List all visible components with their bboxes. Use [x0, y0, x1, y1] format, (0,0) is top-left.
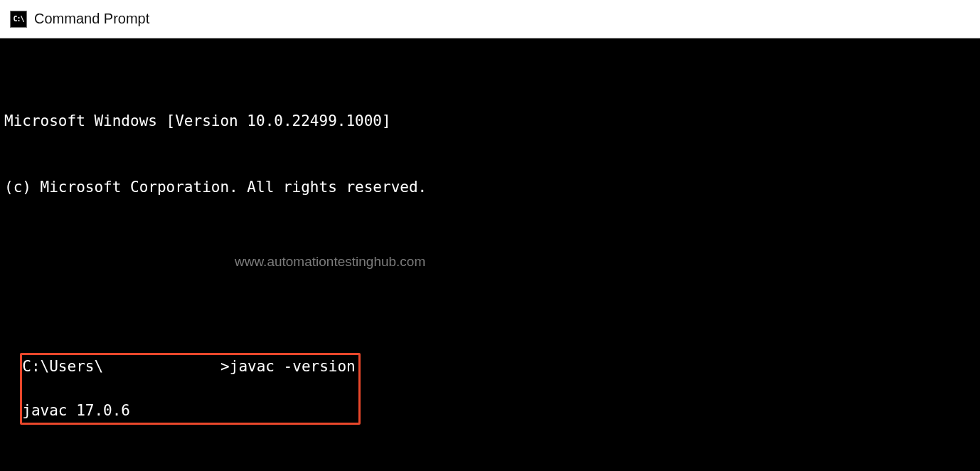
cmd1-output-line: javac 17.0.6 [22, 400, 355, 422]
cmd1-output: javac 17.0.6 [22, 402, 130, 419]
cmd1-prompt-line: C:\Users\>javac -version [22, 356, 355, 378]
header-line-2: (c) Microsoft Corporation. All rights re… [4, 176, 980, 199]
blank-line [4, 265, 980, 287]
cmd1-command: javac -version [230, 358, 356, 375]
header-line-1: Microsoft Windows [Version 10.0.22499.10… [4, 110, 980, 132]
redacted-username-1 [103, 359, 220, 375]
cmd-icon: C:\ [10, 11, 27, 28]
cmd1-prompt-prefix: C:\Users\ [22, 358, 103, 375]
cmd1-prompt-suffix: > [220, 358, 230, 375]
window-title: Command Prompt [34, 11, 149, 27]
window-titlebar[interactable]: C:\ Command Prompt [0, 0, 980, 38]
watermark-text: www.automationtestinghub.com [235, 250, 425, 272]
highlight-box-1: C:\Users\>javac -version javac 17.0.6 [20, 353, 360, 425]
terminal-output[interactable]: Microsoft Windows [Version 10.0.22499.10… [0, 38, 980, 471]
cmd1-pad [130, 402, 229, 419]
